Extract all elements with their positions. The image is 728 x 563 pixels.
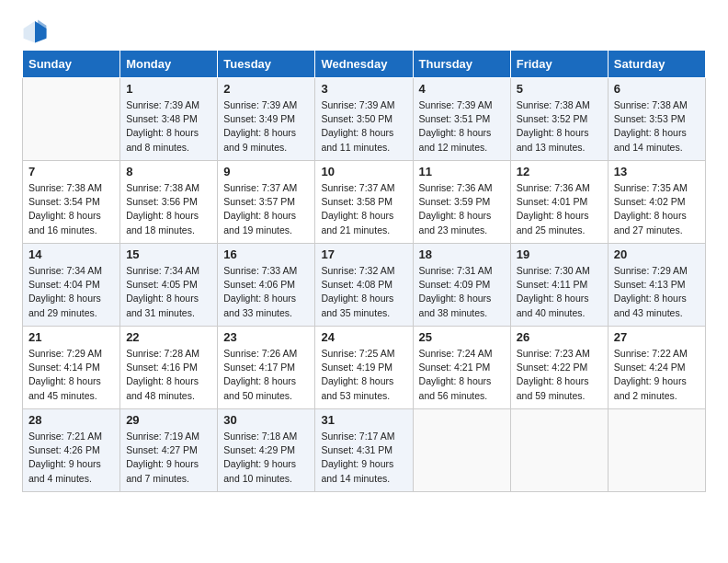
weekday-header-saturday: Saturday xyxy=(608,51,705,78)
day-info: Sunrise: 7:32 AMSunset: 4:08 PMDaylight:… xyxy=(321,264,406,320)
calendar-cell: 21Sunrise: 7:29 AMSunset: 4:14 PMDayligh… xyxy=(23,327,120,409)
day-number: 16 xyxy=(223,247,309,261)
calendar-cell xyxy=(23,78,120,161)
day-info: Sunrise: 7:38 AMSunset: 3:53 PMDaylight:… xyxy=(614,98,700,155)
day-info: Sunrise: 7:18 AMSunset: 4:29 PMDaylight:… xyxy=(223,430,309,486)
day-info: Sunrise: 7:38 AMSunset: 3:54 PMDaylight:… xyxy=(28,181,114,237)
calendar-week-row: 21Sunrise: 7:29 AMSunset: 4:14 PMDayligh… xyxy=(23,327,706,409)
weekday-header-sunday: Sunday xyxy=(23,51,120,78)
day-info: Sunrise: 7:23 AMSunset: 4:22 PMDaylight:… xyxy=(517,347,602,403)
logo-icon xyxy=(22,18,48,44)
day-info: Sunrise: 7:19 AMSunset: 4:27 PMDaylight:… xyxy=(126,430,211,486)
day-info: Sunrise: 7:22 AMSunset: 4:24 PMDaylight:… xyxy=(614,347,700,403)
day-number: 24 xyxy=(321,330,406,344)
calendar-cell: 9Sunrise: 7:37 AMSunset: 3:57 PMDaylight… xyxy=(218,161,315,244)
calendar-cell: 10Sunrise: 7:37 AMSunset: 3:58 PMDayligh… xyxy=(315,161,413,244)
day-number: 20 xyxy=(614,247,700,261)
calendar-cell: 8Sunrise: 7:38 AMSunset: 3:56 PMDaylight… xyxy=(120,161,218,244)
calendar-cell: 6Sunrise: 7:38 AMSunset: 3:53 PMDaylight… xyxy=(608,78,705,161)
day-number: 27 xyxy=(614,330,700,344)
calendar-cell: 1Sunrise: 7:39 AMSunset: 3:48 PMDaylight… xyxy=(120,78,218,161)
calendar-week-row: 28Sunrise: 7:21 AMSunset: 4:26 PMDayligh… xyxy=(23,409,706,492)
day-info: Sunrise: 7:38 AMSunset: 3:56 PMDaylight:… xyxy=(126,181,211,237)
page-header xyxy=(22,18,706,44)
day-info: Sunrise: 7:39 AMSunset: 3:51 PMDaylight:… xyxy=(419,98,505,155)
calendar-cell: 26Sunrise: 7:23 AMSunset: 4:22 PMDayligh… xyxy=(510,327,608,409)
calendar-cell: 31Sunrise: 7:17 AMSunset: 4:31 PMDayligh… xyxy=(315,409,413,492)
day-info: Sunrise: 7:34 AMSunset: 4:04 PMDaylight:… xyxy=(28,264,114,320)
calendar-cell: 7Sunrise: 7:38 AMSunset: 3:54 PMDaylight… xyxy=(23,161,120,244)
day-info: Sunrise: 7:31 AMSunset: 4:09 PMDaylight:… xyxy=(419,264,505,320)
day-info: Sunrise: 7:36 AMSunset: 4:01 PMDaylight:… xyxy=(517,181,602,237)
day-number: 17 xyxy=(321,247,406,261)
day-number: 30 xyxy=(223,413,309,427)
calendar-cell xyxy=(608,409,705,492)
day-number: 8 xyxy=(126,165,211,178)
day-number: 29 xyxy=(126,413,211,427)
day-info: Sunrise: 7:35 AMSunset: 4:02 PMDaylight:… xyxy=(614,181,700,237)
day-number: 31 xyxy=(321,413,406,427)
day-number: 12 xyxy=(517,165,602,178)
calendar-cell: 28Sunrise: 7:21 AMSunset: 4:26 PMDayligh… xyxy=(23,409,120,492)
day-number: 22 xyxy=(126,330,211,344)
calendar-cell xyxy=(510,409,608,492)
weekday-header-monday: Monday xyxy=(120,51,218,78)
day-info: Sunrise: 7:21 AMSunset: 4:26 PMDaylight:… xyxy=(28,430,114,486)
day-info: Sunrise: 7:17 AMSunset: 4:31 PMDaylight:… xyxy=(321,430,406,486)
day-number: 9 xyxy=(223,165,309,178)
day-info: Sunrise: 7:30 AMSunset: 4:11 PMDaylight:… xyxy=(517,264,602,320)
day-info: Sunrise: 7:26 AMSunset: 4:17 PMDaylight:… xyxy=(223,347,309,403)
calendar-cell: 11Sunrise: 7:36 AMSunset: 3:59 PMDayligh… xyxy=(413,161,510,244)
day-number: 23 xyxy=(223,330,309,344)
calendar-cell: 24Sunrise: 7:25 AMSunset: 4:19 PMDayligh… xyxy=(315,327,413,409)
calendar-week-row: 1Sunrise: 7:39 AMSunset: 3:48 PMDaylight… xyxy=(23,78,706,161)
calendar-cell: 23Sunrise: 7:26 AMSunset: 4:17 PMDayligh… xyxy=(218,327,315,409)
calendar-cell: 20Sunrise: 7:29 AMSunset: 4:13 PMDayligh… xyxy=(608,244,705,327)
day-number: 10 xyxy=(321,165,406,178)
day-number: 6 xyxy=(614,82,700,96)
calendar-week-row: 7Sunrise: 7:38 AMSunset: 3:54 PMDaylight… xyxy=(23,161,706,244)
day-number: 19 xyxy=(517,247,602,261)
calendar-cell: 4Sunrise: 7:39 AMSunset: 3:51 PMDaylight… xyxy=(413,78,510,161)
day-info: Sunrise: 7:33 AMSunset: 4:06 PMDaylight:… xyxy=(223,264,309,320)
calendar-cell: 17Sunrise: 7:32 AMSunset: 4:08 PMDayligh… xyxy=(315,244,413,327)
calendar-cell: 16Sunrise: 7:33 AMSunset: 4:06 PMDayligh… xyxy=(218,244,315,327)
weekday-header-friday: Friday xyxy=(510,51,608,78)
day-info: Sunrise: 7:36 AMSunset: 3:59 PMDaylight:… xyxy=(419,181,505,237)
calendar-cell: 15Sunrise: 7:34 AMSunset: 4:05 PMDayligh… xyxy=(120,244,218,327)
calendar-cell: 12Sunrise: 7:36 AMSunset: 4:01 PMDayligh… xyxy=(510,161,608,244)
day-number: 26 xyxy=(517,330,602,344)
calendar-cell xyxy=(413,409,510,492)
calendar-cell: 2Sunrise: 7:39 AMSunset: 3:49 PMDaylight… xyxy=(218,78,315,161)
day-number: 25 xyxy=(419,330,505,344)
calendar-cell: 29Sunrise: 7:19 AMSunset: 4:27 PMDayligh… xyxy=(120,409,218,492)
day-number: 5 xyxy=(517,82,602,96)
day-number: 21 xyxy=(28,330,114,344)
day-info: Sunrise: 7:29 AMSunset: 4:14 PMDaylight:… xyxy=(28,347,114,403)
day-info: Sunrise: 7:37 AMSunset: 3:58 PMDaylight:… xyxy=(321,181,406,237)
weekday-header-tuesday: Tuesday xyxy=(218,51,315,78)
calendar-cell: 5Sunrise: 7:38 AMSunset: 3:52 PMDaylight… xyxy=(510,78,608,161)
calendar-cell: 18Sunrise: 7:31 AMSunset: 4:09 PMDayligh… xyxy=(413,244,510,327)
day-info: Sunrise: 7:39 AMSunset: 3:48 PMDaylight:… xyxy=(126,98,211,155)
logo xyxy=(22,18,51,44)
day-number: 28 xyxy=(28,413,114,427)
day-number: 1 xyxy=(126,82,211,96)
calendar-cell: 3Sunrise: 7:39 AMSunset: 3:50 PMDaylight… xyxy=(315,78,413,161)
day-number: 14 xyxy=(28,247,114,261)
day-info: Sunrise: 7:37 AMSunset: 3:57 PMDaylight:… xyxy=(223,181,309,237)
day-number: 13 xyxy=(614,165,700,178)
calendar-cell: 30Sunrise: 7:18 AMSunset: 4:29 PMDayligh… xyxy=(218,409,315,492)
calendar-cell: 19Sunrise: 7:30 AMSunset: 4:11 PMDayligh… xyxy=(510,244,608,327)
day-info: Sunrise: 7:28 AMSunset: 4:16 PMDaylight:… xyxy=(126,347,211,403)
calendar-cell: 22Sunrise: 7:28 AMSunset: 4:16 PMDayligh… xyxy=(120,327,218,409)
day-number: 2 xyxy=(223,82,309,96)
day-info: Sunrise: 7:34 AMSunset: 4:05 PMDaylight:… xyxy=(126,264,211,320)
calendar-cell: 14Sunrise: 7:34 AMSunset: 4:04 PMDayligh… xyxy=(23,244,120,327)
day-info: Sunrise: 7:25 AMSunset: 4:19 PMDaylight:… xyxy=(321,347,406,403)
day-number: 18 xyxy=(419,247,505,261)
weekday-header-wednesday: Wednesday xyxy=(315,51,413,78)
calendar-table: SundayMondayTuesdayWednesdayThursdayFrid… xyxy=(22,50,706,492)
calendar-week-row: 14Sunrise: 7:34 AMSunset: 4:04 PMDayligh… xyxy=(23,244,706,327)
calendar-cell: 25Sunrise: 7:24 AMSunset: 4:21 PMDayligh… xyxy=(413,327,510,409)
